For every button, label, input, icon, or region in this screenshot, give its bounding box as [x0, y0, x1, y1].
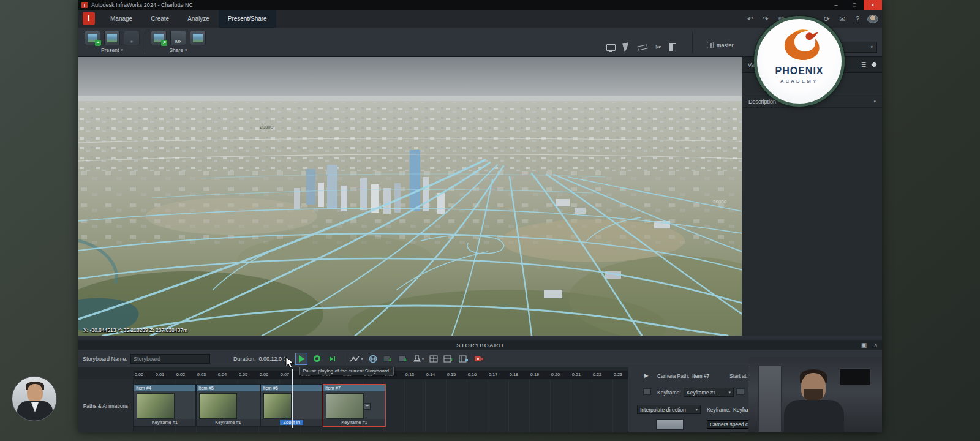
background-door: [758, 366, 782, 432]
item-extension[interactable]: [293, 391, 322, 419]
play-button[interactable]: [295, 353, 307, 365]
stop-button[interactable]: [311, 353, 323, 365]
camera-play-icon[interactable]: ▶: [644, 372, 649, 379]
camera-path-value[interactable]: Item #7: [692, 373, 709, 379]
measure-icon[interactable]: [637, 44, 647, 50]
screen-icon[interactable]: [606, 44, 616, 51]
float-panel-icon[interactable]: ▣: [861, 342, 868, 349]
undo-icon[interactable]: ↶: [745, 15, 756, 23]
tab-manage[interactable]: Manage: [101, 10, 141, 28]
tab-present-share[interactable]: Present/Share: [219, 10, 276, 28]
duration-value[interactable]: 0:00:12.0: [259, 356, 282, 362]
storyboard-name-label: Storyboard Name:: [83, 356, 127, 362]
timeline-playhead[interactable]: [292, 369, 293, 428]
record-camera-button[interactable]: [474, 355, 484, 363]
keyframe2-value[interactable]: Keyfra: [733, 407, 748, 413]
keyframe-dropdown[interactable]: Keyframe #1 ▾: [684, 388, 734, 397]
sync-icon[interactable]: ⟳: [821, 15, 832, 23]
new-storyboard-icon[interactable]: +: [85, 31, 100, 45]
storyboard-name-input[interactable]: [130, 354, 210, 364]
camera-path-tool-button[interactable]: ▾: [350, 355, 363, 363]
tab-analyze[interactable]: Analyze: [178, 10, 219, 28]
item-thumbnail[interactable]: [137, 393, 175, 419]
skip-icon: [330, 356, 333, 361]
chat-icon[interactable]: ✉: [837, 15, 848, 23]
globe-keyframe-button[interactable]: [369, 355, 377, 363]
ruler-tick: 0:03: [195, 372, 208, 377]
title-bar: I Autodesk InfraWorks 2024 - Charlotte N…: [78, 0, 882, 10]
user-avatar[interactable]: [867, 15, 878, 23]
ruler-tick: 0:21: [570, 372, 583, 377]
present-star-icon[interactable]: ★: [124, 31, 140, 45]
phoenix-academy-logo: PHOENIX ACADEMY: [754, 16, 845, 107]
item-thumbnail[interactable]: [326, 393, 364, 419]
tab-create[interactable]: Create: [141, 10, 178, 28]
share-imx-icon[interactable]: IMX: [170, 31, 186, 45]
redo-icon[interactable]: ↷: [760, 15, 771, 23]
close-panel-icon[interactable]: ×: [874, 342, 878, 349]
interpolate-direction-dropdown[interactable]: Interpolate direction ▾: [637, 405, 701, 414]
presenter-webcam-video: [748, 357, 882, 432]
play-icon: [299, 355, 304, 363]
keyframe-tool-icon[interactable]: [736, 388, 744, 395]
share-snapshot-icon[interactable]: [190, 31, 206, 45]
add-camera-path-button[interactable]: +: [383, 355, 393, 363]
item-keyframe-label[interactable]: Keyframe #1: [197, 419, 260, 426]
ruler-tick: 0:13: [403, 372, 417, 377]
track-area[interactable]: Item #4 Keyframe #1 Item #5 Keyframe #1 …: [134, 379, 628, 432]
toolbar-separator: [692, 32, 693, 53]
item-keyframe-label[interactable]: Keyframe #1: [323, 419, 385, 426]
share-menu[interactable]: Share ▾: [169, 47, 187, 53]
chevron-down-icon: ▾: [873, 99, 876, 104]
infraworks-logo-icon[interactable]: I: [83, 12, 95, 24]
coordinates-readout: X: -80.844513 Y: 35.218269 Z: 207.638437…: [83, 327, 187, 333]
ruler-tick: 0:22: [590, 372, 604, 377]
avatar-face: [27, 384, 43, 402]
table-settings-button[interactable]: [459, 355, 469, 363]
ruler-tick: 0:07: [278, 372, 292, 377]
minimize-button[interactable]: –: [827, 0, 845, 10]
ruler-tick: 0:05: [236, 372, 250, 377]
panel-layout-icon[interactable]: [669, 43, 676, 51]
share-export-icon[interactable]: ↗: [151, 31, 167, 45]
add-animation-button[interactable]: +: [398, 355, 408, 363]
caret-down-icon: ▾: [361, 356, 363, 361]
play-from-here-button[interactable]: [326, 353, 338, 365]
logo-text-academy: ACADEMY: [780, 78, 818, 84]
maximize-button[interactable]: □: [845, 0, 864, 10]
table-add-button[interactable]: +: [443, 355, 453, 363]
item-thumbnail[interactable]: [199, 393, 237, 419]
background-tv: [839, 368, 871, 386]
stop-icon: [314, 355, 320, 362]
item-thumbnail[interactable]: [263, 393, 292, 419]
camera-path-label: Camera Path:: [657, 373, 689, 379]
camera-preview-thumbnail[interactable]: [656, 419, 684, 430]
keyframe-camera-icon: [643, 388, 651, 395]
caret-down-icon: ▾: [728, 390, 731, 395]
svg-text:+: +: [404, 356, 407, 363]
window-title: Autodesk InfraWorks 2024 - Charlotte NC: [91, 2, 193, 8]
timeline-item-7[interactable]: Item #7 + Keyframe #1: [323, 384, 386, 427]
scissors-icon[interactable]: ✂: [655, 43, 662, 51]
select-cursor-icon[interactable]: [622, 42, 630, 52]
hamburger-menu-icon[interactable]: ☰: [861, 62, 866, 68]
svg-text:+: +: [450, 357, 453, 363]
table-view-button[interactable]: [429, 355, 438, 363]
help-icon[interactable]: ?: [852, 15, 863, 23]
item-keyframe-label[interactable]: Keyframe #1: [134, 419, 195, 426]
item-label: Item #4: [134, 385, 195, 391]
add-keyframe-plus-button[interactable]: +: [364, 403, 371, 410]
model-viewport[interactable]: 20000 20000 X: -80.844513 Y: 35.218269 Z…: [78, 57, 742, 336]
svg-text:+: +: [388, 356, 392, 363]
branch-selector[interactable]: master: [707, 42, 734, 48]
timeline-item-4[interactable]: Item #4 Keyframe #1: [134, 384, 196, 427]
caret-down-icon: ▾: [695, 407, 698, 412]
present-menu[interactable]: Present ▾: [101, 47, 123, 53]
ruler-tick: 0:02: [174, 372, 187, 377]
effects-button[interactable]: ▾: [413, 355, 424, 363]
caret-down-icon: ▾: [121, 48, 123, 53]
play-storyboard-icon[interactable]: [104, 31, 120, 45]
timeline-item-5[interactable]: Item #5 Keyframe #1: [196, 384, 260, 427]
pin-icon[interactable]: [872, 62, 878, 68]
close-button[interactable]: ×: [864, 0, 882, 10]
